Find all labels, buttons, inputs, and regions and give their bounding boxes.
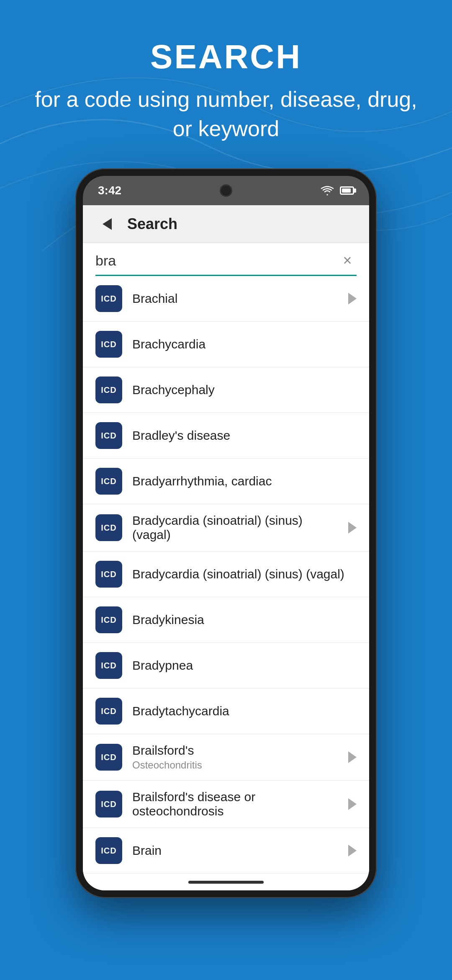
icd-badge-label: ICD [101,753,116,762]
clear-button[interactable]: × [338,251,357,270]
result-content: Bradypnea [132,658,357,673]
search-input-row: × [95,251,357,276]
icd-badge: ICD [95,791,122,818]
icd-badge: ICD [95,652,122,679]
list-item[interactable]: ICDBrailsford'sOsteochondritis [83,734,369,781]
icd-badge-label: ICD [101,615,116,625]
hero-subtitle: for a code using number, disease, drug, … [33,85,419,143]
result-content: Bradykinesia [132,613,357,627]
list-item[interactable]: ICDBradyarrhythmia, cardiac [83,459,369,504]
icd-badge: ICD [95,468,122,495]
home-indicator [188,881,264,884]
list-item[interactable]: ICDBrachycardia [83,322,369,367]
list-item[interactable]: ICDBrain [83,828,369,874]
list-item[interactable]: ICDBrailsford's disease or osteochondros… [83,781,369,828]
list-item[interactable]: ICDBrachial [83,276,369,322]
icd-badge: ICD [95,698,122,725]
back-button[interactable] [95,212,119,236]
chevron-right-icon [348,751,357,763]
result-name: Bradycardia (sinoatrial) (sinus) (vagal) [132,513,344,542]
result-name: Brachycephaly [132,383,357,397]
result-name: Bradley's disease [132,428,357,443]
list-item[interactable]: ICDBradley's disease [83,413,369,459]
chevron-right-icon [348,845,357,856]
icd-badge: ICD [95,422,122,449]
icd-badge: ICD [95,285,122,312]
result-name: Brachycardia [132,337,357,351]
wifi-icon [321,186,334,196]
result-content: Brachycephaly [132,383,357,397]
list-item[interactable]: ICDBradykinesia [83,597,369,643]
result-content: Bradyarrhythmia, cardiac [132,474,357,488]
camera-cutout [220,184,232,197]
list-item[interactable]: ICDBradytachycardia [83,689,369,734]
result-name: Bradytachycardia [132,704,357,718]
chevron-right-icon [348,293,357,304]
result-content: Bradytachycardia [132,704,357,718]
icd-badge: ICD [95,606,122,633]
icd-badge-label: ICD [101,523,116,533]
back-arrow-icon [103,218,112,230]
result-content: Brachial [132,291,344,306]
icd-badge: ICD [95,514,122,541]
list-item[interactable]: ICDBradycardia (sinoatrial) (sinus) (vag… [83,504,369,552]
result-name: Bradykinesia [132,613,357,627]
result-content: Brain [132,843,344,858]
result-content: Bradycardia (sinoatrial) (sinus) (vagal) [132,567,357,581]
icd-badge-label: ICD [101,707,116,716]
result-name: Brailsford's [132,743,344,758]
app-header: Search [83,205,369,243]
result-content: Brailsford'sOsteochondritis [132,743,344,771]
result-subtitle: Osteochondritis [132,759,344,771]
icd-badge-label: ICD [101,294,116,304]
home-bar [83,874,369,890]
result-name: Bradypnea [132,658,357,673]
icd-badge-label: ICD [101,661,116,671]
chevron-right-icon [348,798,357,810]
result-content: Brachycardia [132,337,357,351]
results-list: ICDBrachialICDBrachycardiaICDBrachycepha… [83,276,369,874]
list-item[interactable]: ICDBradypnea [83,643,369,689]
icd-badge: ICD [95,561,122,588]
icd-badge: ICD [95,744,122,771]
icd-badge: ICD [95,331,122,358]
result-name: Brachial [132,291,344,306]
icd-badge-label: ICD [101,799,116,809]
icd-badge-label: ICD [101,431,116,441]
status-bar: 3:42 [83,176,369,205]
hero-title: SEARCH [33,38,419,76]
result-name: Brailsford's disease or osteochondrosis [132,790,344,818]
icd-badge: ICD [95,837,122,864]
result-content: Bradycardia (sinoatrial) (sinus) (vagal) [132,513,344,542]
search-area: × [83,243,369,276]
result-name: Bradyarrhythmia, cardiac [132,474,357,488]
result-name: Brain [132,843,344,858]
icd-badge-label: ICD [101,477,116,486]
battery-icon [340,186,354,195]
result-content: Brailsford's disease or osteochondrosis [132,790,344,818]
result-name: Bradycardia (sinoatrial) (sinus) (vagal) [132,567,357,581]
result-content: Bradley's disease [132,428,357,443]
chevron-right-icon [348,522,357,534]
icd-badge-label: ICD [101,846,116,856]
screen-title: Search [127,215,177,233]
hero-section: SEARCH for a code using number, disease,… [0,0,452,168]
status-icons [321,186,354,196]
icd-badge-label: ICD [101,340,116,349]
phone-mockup: 3:42 [0,168,452,923]
phone-frame: 3:42 [75,168,377,898]
icd-badge-label: ICD [101,385,116,395]
phone-screen: Search × ICDBrachialICDBrachycardiaICDBr… [83,205,369,890]
icd-badge-label: ICD [101,570,116,579]
search-input[interactable] [95,253,338,269]
list-item[interactable]: ICDBrachycephaly [83,367,369,413]
status-time: 3:42 [98,184,121,197]
icd-badge: ICD [95,377,122,403]
list-item[interactable]: ICDBradycardia (sinoatrial) (sinus) (vag… [83,552,369,597]
